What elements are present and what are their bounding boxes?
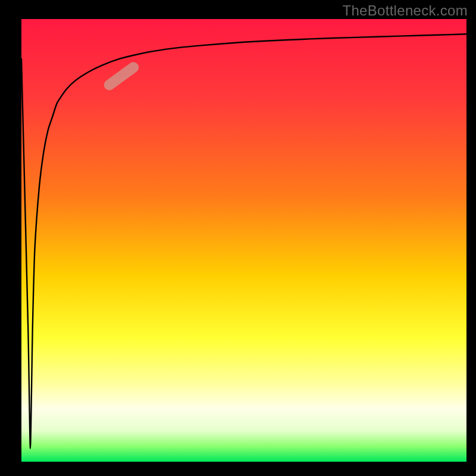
gradient-background bbox=[21, 19, 466, 462]
watermark-text: TheBottleneck.com bbox=[342, 2, 468, 19]
chart-frame: TheBottleneck.com bbox=[0, 0, 476, 476]
plot-svg bbox=[0, 0, 476, 476]
